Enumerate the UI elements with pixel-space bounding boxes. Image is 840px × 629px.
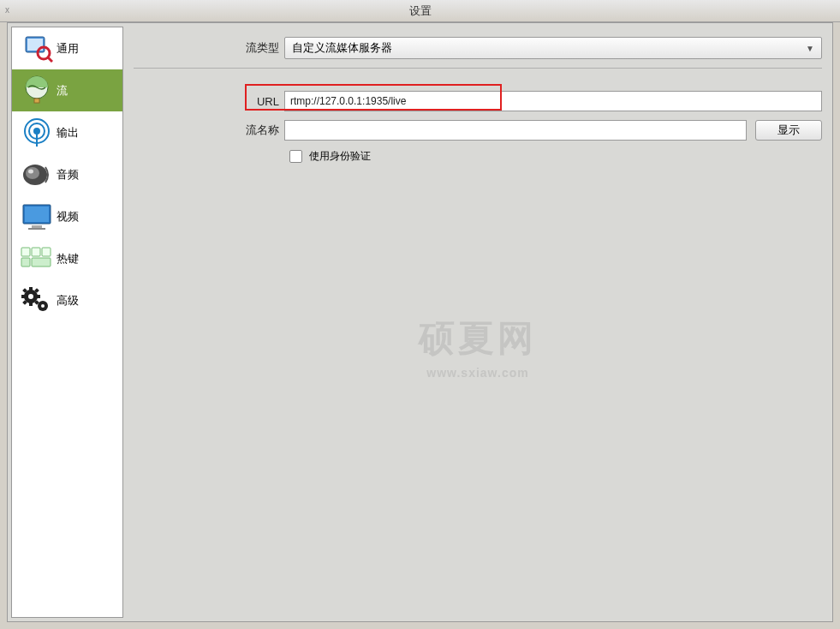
- row-auth: 使用身份验证: [289, 149, 822, 164]
- divider: [134, 68, 822, 69]
- svg-rect-25: [21, 295, 25, 298]
- select-stream-type-value: 自定义流媒体服务器: [292, 40, 392, 56]
- label-stream-key: 流名称: [134, 123, 284, 138]
- svg-rect-20: [21, 258, 30, 267]
- sidebar-item-output[interactable]: 输出: [12, 111, 122, 153]
- svg-rect-18: [32, 248, 40, 256]
- sidebar: 通用 流: [11, 27, 123, 618]
- sidebar-item-label: 热键: [57, 251, 79, 267]
- svg-rect-5: [34, 99, 39, 103]
- label-stream-type: 流类型: [134, 40, 284, 56]
- row-stream-key: 流名称 显示: [134, 120, 822, 141]
- audio-icon: [17, 158, 57, 192]
- sidebar-item-label: 音频: [57, 167, 79, 183]
- svg-point-11: [26, 167, 39, 179]
- window-body: 通用 流: [7, 22, 833, 622]
- settings-window: x 设置 通用: [0, 0, 840, 629]
- svg-rect-19: [42, 248, 51, 256]
- sidebar-item-stream[interactable]: 流: [12, 69, 122, 111]
- svg-point-33: [41, 304, 45, 308]
- row-url: URL: [134, 91, 822, 111]
- label-url: URL: [134, 95, 284, 108]
- label-auth: 使用身份验证: [309, 149, 371, 164]
- close-button[interactable]: x: [5, 5, 9, 15]
- content-pane: 流类型 自定义流媒体服务器 ▼ URL 流名称 显示 使用身份验证: [123, 23, 832, 621]
- sidebar-item-general[interactable]: 通用: [12, 27, 122, 69]
- row-stream-type: 流类型 自定义流媒体服务器 ▼: [134, 37, 822, 59]
- svg-line-3: [48, 57, 52, 62]
- advanced-icon: [17, 284, 57, 318]
- input-url[interactable]: [284, 91, 822, 111]
- svg-rect-15: [32, 225, 42, 228]
- video-icon: [17, 200, 57, 234]
- checkbox-auth[interactable]: [289, 150, 302, 163]
- sidebar-item-label: 高级: [57, 293, 79, 309]
- svg-rect-16: [28, 228, 45, 230]
- sidebar-item-label: 输出: [57, 125, 79, 141]
- watermark: 硕夏网 www.sxiaw.com: [419, 314, 537, 380]
- input-stream-key[interactable]: [284, 120, 747, 141]
- watermark-sub: www.sxiaw.com: [419, 366, 537, 380]
- window-title: 设置: [0, 0, 840, 22]
- svg-rect-17: [21, 248, 30, 256]
- svg-rect-24: [29, 303, 33, 306]
- svg-rect-23: [29, 287, 33, 291]
- svg-rect-26: [37, 295, 40, 298]
- svg-rect-21: [32, 258, 51, 267]
- sidebar-item-label: 流: [57, 83, 68, 99]
- output-icon: [17, 116, 57, 150]
- stream-icon: [17, 74, 57, 108]
- sidebar-item-label: 通用: [57, 41, 79, 57]
- sidebar-item-hotkeys[interactable]: 热键: [12, 237, 122, 279]
- general-icon: [17, 32, 57, 66]
- titlebar: x 设置: [0, 0, 840, 22]
- sidebar-item-video[interactable]: 视频: [12, 195, 122, 237]
- sidebar-item-label: 视频: [57, 209, 79, 225]
- svg-point-31: [28, 294, 33, 299]
- watermark-main: 硕夏网: [419, 314, 537, 362]
- sidebar-item-advanced[interactable]: 高级: [12, 279, 122, 321]
- show-button[interactable]: 显示: [755, 120, 822, 141]
- select-stream-type[interactable]: 自定义流媒体服务器 ▼: [284, 37, 822, 59]
- chevron-down-icon: ▼: [806, 44, 814, 53]
- svg-rect-14: [25, 207, 49, 222]
- svg-point-12: [28, 169, 33, 173]
- hotkeys-icon: [17, 242, 57, 276]
- sidebar-item-audio[interactable]: 音频: [12, 153, 122, 195]
